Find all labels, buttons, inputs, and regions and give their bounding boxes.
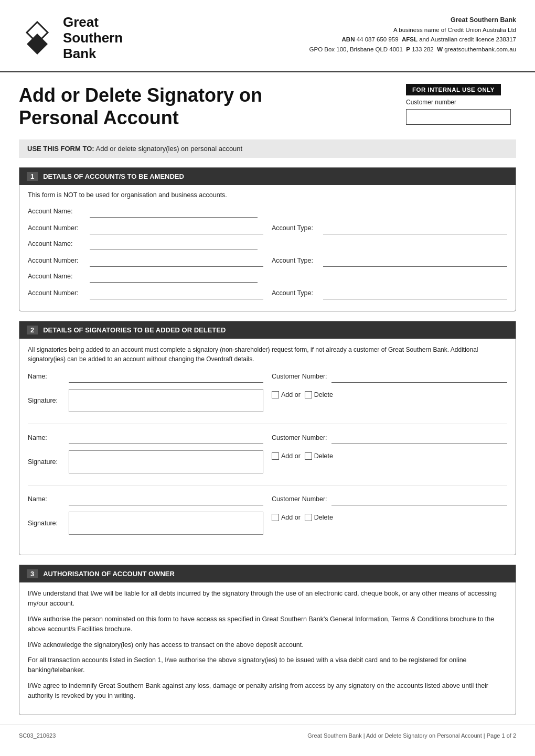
abn-line: ABN 44 087 650 959 AFSL and Australian c… (309, 35, 516, 44)
sig-3-add-checkbox[interactable] (272, 514, 279, 521)
sig-2-customer-label: Customer Number: (272, 434, 327, 441)
form-title: Add or Delete Signatory on Personal Acco… (19, 84, 307, 129)
header-right: Great Southern Bank A business name of C… (309, 15, 516, 54)
account-number-input-1[interactable] (90, 222, 263, 234)
sig-1-add-checkbox[interactable] (272, 391, 279, 398)
sig-2-customer-col: Customer Number: (272, 431, 507, 447)
sig-3-add-delete-row: Add or Delete (272, 514, 507, 521)
sig-2-name-field: Name: (28, 431, 263, 444)
account-type-input-3[interactable] (323, 287, 507, 299)
account-name-label-2: Account Name: (28, 240, 85, 247)
sig-2-delete-label: Delete (314, 452, 333, 460)
use-form-bold: USE THIS FORM TO: (27, 145, 94, 153)
sig-2-add-checkbox[interactable] (272, 452, 279, 460)
account-number-pair-2: Account Number: (28, 254, 263, 267)
account-type-input-1[interactable] (323, 222, 507, 234)
section-2-number: 2 (27, 326, 38, 334)
sig-1-sig-row: Signature: Add or Delete (28, 389, 507, 415)
section-1-header: 1 DETAILS OF ACCOUNT/S TO BE AMENDED (19, 168, 516, 185)
sig-1-add-label: Add or (281, 391, 301, 398)
footer: SC03_210623 Great Southern Bank | Add or… (0, 725, 535, 739)
account-type-label-3: Account Type: (272, 289, 319, 297)
customer-number-label: Customer number (406, 99, 456, 106)
section-2-header: 2 DETAILS OF SIGNATORIES TO BE ADDED OR … (19, 321, 516, 339)
sig-2-delete-checkbox[interactable] (305, 452, 312, 460)
section-3-body: I/We understand that I/we will be liable… (19, 582, 516, 715)
sig-2-sig-box[interactable] (69, 450, 263, 473)
sig-3-customer-input[interactable] (331, 493, 507, 505)
sig-2-name-row: Name: Customer Number: (28, 431, 507, 447)
sig-3-sig-box[interactable] (69, 512, 263, 535)
sig-1-delete-checkbox[interactable] (305, 391, 312, 398)
account-name-input-3[interactable] (90, 270, 258, 283)
sig-3-customer-field: Customer Number: (272, 493, 507, 505)
sig-1-customer-input[interactable] (331, 370, 507, 383)
sig-3-add-label: Add or (281, 514, 301, 521)
use-form-band: USE THIS FORM TO: Add or delete signator… (19, 139, 516, 158)
sig-1-name-input[interactable] (69, 370, 263, 383)
sig-1-name-label: Name: (28, 373, 65, 380)
section-3: 3 AUTHORISATION OF ACCOUNT OWNER I/We un… (19, 565, 516, 715)
sig-2-name-label: Name: (28, 434, 65, 441)
account-name-input-2[interactable] (90, 237, 258, 250)
section-2: 2 DETAILS OF SIGNATORIES TO BE ADDED OR … (19, 321, 516, 555)
brand-name: Great Southern Bank (309, 15, 516, 25)
account-number-input-2[interactable] (90, 254, 263, 267)
sig-2-customer-input[interactable] (331, 431, 507, 444)
title-section: Add or Delete Signatory on Personal Acco… (0, 72, 535, 134)
address-line: GPO Box 100, Brisbane QLD 4001 P 133 282… (309, 45, 516, 54)
account-number-pair-3: Account Number: (28, 287, 263, 299)
section-1-note: This form is NOT to be used for organisa… (28, 191, 507, 199)
sig-1-sig-box[interactable] (69, 389, 263, 412)
account-name-label-3: Account Name: (28, 273, 85, 280)
logo-text: Great Southern Bank (63, 15, 123, 62)
sig-1-sig-field: Signature: (28, 389, 263, 412)
internal-box: FOR INTERNAL USE ONLY Customer number (406, 84, 516, 125)
sig-note: All signatories being added to an accoun… (28, 345, 507, 364)
sig-1-name-col: Name: (28, 370, 263, 386)
account-row-2: Account Number: Account Type: (28, 254, 507, 267)
account-type-pair-3: Account Type: (272, 287, 507, 299)
sig-3-name-input[interactable] (69, 493, 263, 505)
sig-2-sig-field: Signature: (28, 450, 263, 473)
account-number-label-3: Account Number: (28, 289, 85, 297)
sig-3-sig-col: Signature: (28, 512, 263, 538)
customer-number-input[interactable] (406, 109, 511, 125)
account-number-input-3[interactable] (90, 287, 263, 299)
account-name-row-3: Account Name: (28, 270, 507, 283)
account-type-input-2[interactable] (323, 254, 507, 267)
sig-3-name-col: Name: (28, 493, 263, 509)
sig-3-add-checkbox-wrapper: Add or (272, 514, 301, 521)
sig-1-sig-col: Signature: (28, 389, 263, 415)
section-1: 1 DETAILS OF ACCOUNT/S TO BE AMENDED Thi… (19, 167, 516, 311)
sig-3-delete-label: Delete (314, 514, 333, 521)
signatory-block-2: Name: Customer Number: Signa (28, 431, 507, 485)
sig-1-add-delete-row: Add or Delete (272, 391, 507, 398)
auth-para-1: I/We understand that I/we will be liable… (28, 589, 507, 609)
account-number-pair-1: Account Number: (28, 222, 263, 234)
sig-1-customer-col: Customer Number: (272, 370, 507, 386)
sig-3-name-label: Name: (28, 495, 65, 503)
section-2-title: DETAILS OF SIGNATORIES TO BE ADDED OR DE… (43, 326, 226, 334)
sig-1-delete-label: Delete (314, 391, 333, 398)
account-number-label-2: Account Number: (28, 257, 85, 264)
section-3-number: 3 (27, 569, 38, 578)
sig-3-delete-checkbox[interactable] (305, 514, 312, 521)
sig-2-sig-label: Signature: (28, 458, 65, 466)
sig-1-add-delete-col: Add or Delete (272, 389, 507, 398)
account-number-label-1: Account Number: (28, 224, 85, 232)
sig-3-sig-field: Signature: (28, 512, 263, 535)
sig-2-name-input[interactable] (69, 431, 263, 444)
section-1-number: 1 (27, 172, 38, 181)
sig-3-customer-col: Customer Number: (272, 493, 507, 509)
use-form-rest: Add or delete signatory(ies) on personal… (96, 145, 243, 153)
account-name-label-1: Account Name: (28, 208, 85, 215)
signatory-block-1: Name: Customer Number: Signa (28, 370, 507, 424)
account-row-1: Account Number: Account Type: (28, 222, 507, 234)
sig-2-name-col: Name: (28, 431, 263, 447)
sig-1-customer-label: Customer Number: (272, 373, 327, 380)
account-name-row-2: Account Name: (28, 237, 507, 250)
sig-3-name-row: Name: Customer Number: (28, 493, 507, 509)
account-name-input-1[interactable] (90, 205, 258, 218)
sig-1-sig-label: Signature: (28, 397, 65, 404)
